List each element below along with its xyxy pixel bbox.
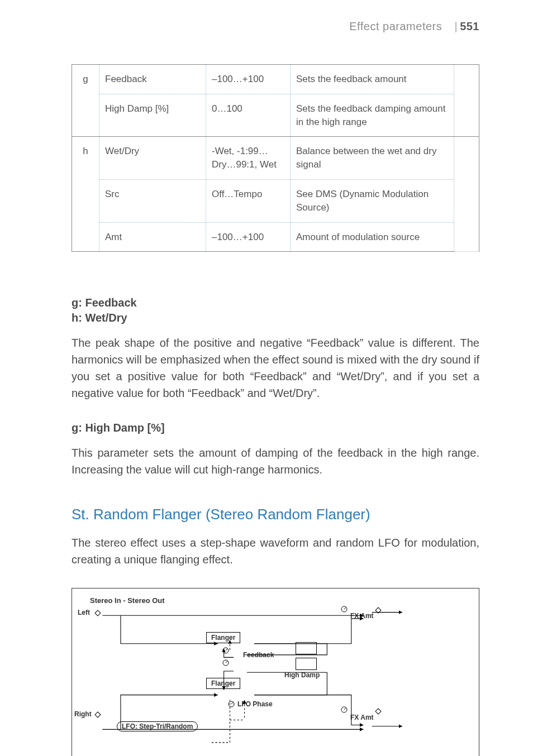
param-range: -Wet, -1:99…Dry…99:1, Wet xyxy=(206,137,291,180)
param-range: –100…+100 xyxy=(206,65,291,94)
node-right-out-icon xyxy=(375,709,381,715)
block-lfo: LFO: Step-Tri/Random xyxy=(117,721,198,731)
param-range: 0…100 xyxy=(206,94,291,137)
param-range: Off…Tempo xyxy=(206,179,291,222)
table-row: gFeedback–100…+100Sets the feedback amou… xyxy=(72,65,479,94)
param-name: Amt xyxy=(99,222,206,252)
signal-flow-diagram: Stereo In - Stereo Out Left Flanger Feed… xyxy=(72,588,479,756)
param-desc: See DMS (Dynamic Modulation Source) xyxy=(291,179,454,222)
row-end xyxy=(454,65,479,137)
param-desc: Sets the feedback amount xyxy=(291,65,454,94)
svg-line-5 xyxy=(344,607,346,609)
param-desc: Balance between the wet and dry signal xyxy=(291,137,454,180)
heading-h-wetdry: h: Wet/Dry xyxy=(72,312,479,324)
table-row: hWet/Dry-Wet, -1:99…Dry…99:1, WetBalance… xyxy=(72,137,479,180)
label-feedback: Feedback xyxy=(243,651,274,659)
param-name: High Damp [%] xyxy=(99,94,206,137)
block-highdamp-top-icon xyxy=(296,642,317,654)
knob-feedback-top-icon xyxy=(222,647,230,654)
node-left-in-icon xyxy=(94,610,101,616)
heading-g-feedback: g: Feedback xyxy=(72,296,479,309)
block-highdamp-bot-icon xyxy=(296,658,317,670)
table-row: SrcOff…TempoSee DMS (Dynamic Modulation … xyxy=(72,179,479,222)
knob-fxamt-bot-icon xyxy=(340,706,348,714)
param-notes-heading: g: Feedback h: Wet/Dry xyxy=(72,296,479,324)
param-name: Feedback xyxy=(99,65,206,94)
section-name: Effect parameters xyxy=(349,20,442,32)
knob-lfophase-icon xyxy=(227,700,235,708)
parameter-table: gFeedback–100…+100Sets the feedback amou… xyxy=(72,64,479,252)
table-row: High Damp [%]0…100Sets the feedback damp… xyxy=(72,94,479,137)
svg-line-1 xyxy=(226,648,228,650)
paragraph-feedback-wetdry: The peak shape of the positive and negat… xyxy=(72,334,479,401)
label-fxamt-top: FX Amt xyxy=(350,612,374,620)
running-head: Effect parameters |551 xyxy=(72,20,479,33)
row-marker: g xyxy=(72,65,99,137)
block-flanger-top: Flanger xyxy=(206,632,240,643)
diagram-title: Stereo In - Stereo Out xyxy=(90,596,463,605)
label-fxamt-bot: FX Amt xyxy=(350,714,374,721)
heading-g-highdamp: g: High Damp [%] xyxy=(72,422,479,434)
page-number: 551 xyxy=(460,20,479,32)
label-left: Left xyxy=(78,609,90,616)
label-highdamp: High Damp xyxy=(284,671,320,679)
separator: | xyxy=(454,20,458,32)
svg-line-9 xyxy=(231,702,234,704)
param-desc: Sets the feedback damping amount in the … xyxy=(291,94,454,137)
svg-line-7 xyxy=(344,707,346,710)
table-row: Amt–100…+100Amount of modulation source xyxy=(72,222,479,252)
row-end xyxy=(454,137,479,252)
row-marker: h xyxy=(72,137,99,252)
param-name: Src xyxy=(99,179,206,222)
label-lfophase: LFO Phase xyxy=(237,700,273,708)
block-flanger-bot: Flanger xyxy=(206,678,240,689)
page: Effect parameters |551 gFeedback–100…+10… xyxy=(0,0,533,756)
param-name: Wet/Dry xyxy=(99,137,206,180)
svg-line-3 xyxy=(226,661,228,663)
section-desc: The stereo effect uses a step-shape wave… xyxy=(72,534,479,568)
paragraph-highdamp: This parameter sets the amount of dampin… xyxy=(72,444,479,478)
param-range: –100…+100 xyxy=(206,222,291,252)
param-desc: Amount of modulation source xyxy=(291,222,454,252)
knob-feedback-bot-icon xyxy=(222,659,230,667)
node-right-in-icon xyxy=(94,712,101,718)
section-title: St. Random Flanger (Stereo Random Flange… xyxy=(72,506,479,523)
node-left-out-icon xyxy=(375,607,381,614)
knob-fxamt-top-icon xyxy=(340,605,348,613)
label-right: Right xyxy=(74,710,92,718)
